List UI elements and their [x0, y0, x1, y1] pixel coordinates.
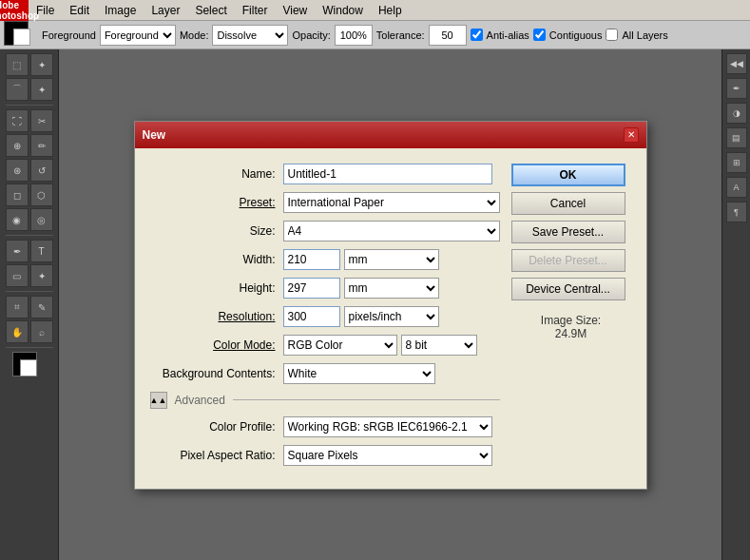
image-size-label: Image Size:: [511, 314, 631, 327]
hand-tool[interactable]: ✋: [6, 320, 29, 343]
text-tool[interactable]: T: [30, 240, 53, 262]
tool-separator-4: [6, 347, 53, 348]
blur-tool[interactable]: ◉: [6, 208, 29, 231]
cancel-button[interactable]: Cancel: [511, 192, 625, 215]
heal-tool[interactable]: ⊕: [6, 134, 29, 157]
tolerance-input[interactable]: 50: [429, 25, 467, 46]
eyedropper-tool[interactable]: ⌗: [6, 296, 29, 319]
menu-window[interactable]: Window: [315, 0, 371, 20]
delete-preset-button[interactable]: Delete Preset...: [511, 249, 625, 272]
note-tool[interactable]: ✎: [30, 296, 53, 319]
menu-edit[interactable]: Edit: [62, 0, 97, 20]
app-logo: Adobe Photoshop: [0, 0, 29, 21]
fill-tool[interactable]: ⬡: [30, 183, 53, 206]
panel-icon-6[interactable]: ¶: [726, 202, 747, 222]
panel-icon-5[interactable]: A: [726, 177, 747, 198]
tool-row-9: ▭ ✦: [6, 264, 53, 287]
panel-icon-3[interactable]: ▤: [726, 127, 747, 148]
all-layers-label: All Layers: [622, 29, 667, 41]
advanced-toggle[interactable]: ▲▲: [150, 392, 167, 409]
tool-row-3: ⛶ ✂: [6, 109, 53, 132]
all-layers-checkbox[interactable]: [606, 29, 618, 41]
device-central-button[interactable]: Device Central...: [511, 278, 625, 300]
crop-tool[interactable]: ⛶: [6, 109, 29, 132]
color-mode-row: Color Mode: RGB Color 8 bit: [150, 335, 500, 356]
bg-contents-row: Background Contents: White: [150, 363, 500, 384]
mode-select[interactable]: Dissolve: [212, 25, 288, 46]
menu-view[interactable]: View: [275, 0, 315, 20]
width-input[interactable]: [283, 249, 340, 270]
height-input[interactable]: [283, 278, 340, 299]
menu-help[interactable]: Help: [371, 0, 410, 20]
shape-tool[interactable]: ▭: [6, 264, 29, 287]
background-color[interactable]: [13, 29, 30, 46]
bg-contents-select[interactable]: White: [283, 363, 435, 384]
color-mode-select[interactable]: RGB Color: [283, 335, 397, 356]
height-unit-select[interactable]: mm: [344, 278, 439, 299]
color-mode-label: Color Mode:: [150, 338, 283, 352]
width-unit-select[interactable]: mm: [344, 249, 439, 270]
dialog-close-button[interactable]: ✕: [624, 127, 639, 143]
history-brush-tool[interactable]: ↺: [30, 159, 53, 182]
tool-separator-2: [6, 235, 53, 236]
magic-wand-tool[interactable]: ✦: [30, 78, 53, 101]
lasso-tool[interactable]: ⌒: [6, 78, 29, 101]
anti-alias-checkbox[interactable]: [471, 29, 483, 41]
panel-icon-1[interactable]: ✒: [726, 78, 747, 99]
contiguous-checkbox[interactable]: [533, 29, 546, 41]
advanced-section: ▲▲ Advanced: [150, 392, 500, 409]
dialog-buttons: OK Cancel Save Preset... Delete Preset..…: [511, 164, 631, 473]
brush-tool[interactable]: ✏: [30, 134, 53, 157]
move-tool[interactable]: ✦: [30, 53, 53, 76]
advanced-label: Advanced: [175, 394, 225, 407]
foreground-select[interactable]: Foreground: [100, 25, 176, 46]
color-profile-select[interactable]: Working RGB: sRGB IEC61966-2.1: [283, 416, 492, 437]
width-row: Width: mm: [150, 249, 500, 270]
resolution-input[interactable]: [283, 306, 340, 327]
bg-color-block[interactable]: [20, 359, 37, 377]
preset-select[interactable]: International Paper: [283, 192, 500, 213]
tool-row-1: ⬚ ✦: [6, 53, 53, 76]
custom-shape-tool[interactable]: ✦: [30, 264, 53, 287]
menu-file[interactable]: File: [29, 0, 62, 20]
right-panel: ◀◀ ✒ ◑ ▤ ⊞ A ¶: [721, 49, 750, 560]
size-label: Size:: [150, 224, 283, 238]
opacity-input[interactable]: 100%: [335, 25, 373, 46]
resolution-unit-select[interactable]: pixels/inch: [344, 306, 439, 327]
color-swatches[interactable]: [4, 21, 38, 49]
height-label: Height:: [150, 281, 283, 295]
menubar: Adobe Photoshop File Edit Image Layer Se…: [0, 0, 750, 21]
color-profile-row: Color Profile: Working RGB: sRGB IEC6196…: [150, 416, 500, 437]
mode-label: Mode:: [180, 29, 209, 41]
width-label: Width:: [150, 253, 283, 266]
menu-image[interactable]: Image: [97, 0, 144, 20]
menu-select[interactable]: Select: [187, 0, 234, 20]
zoom-tool[interactable]: ⌕: [30, 320, 53, 343]
pen-tool[interactable]: ✒: [6, 240, 29, 262]
menu-layer[interactable]: Layer: [144, 0, 187, 20]
panel-icon-4[interactable]: ⊞: [726, 152, 747, 173]
tool-row-4: ⊕ ✏: [6, 134, 53, 157]
resolution-label: Resolution:: [150, 310, 283, 323]
pixel-aspect-select[interactable]: Square Pixels: [283, 445, 492, 466]
image-size-value: 24.9M: [511, 327, 631, 340]
preset-row: Preset: International Paper: [150, 192, 500, 213]
size-select[interactable]: A4: [283, 221, 500, 241]
collapse-icon[interactable]: ◀◀: [726, 53, 747, 74]
tool-row-11: ✋ ⌕: [6, 320, 53, 343]
menu-filter[interactable]: Filter: [235, 0, 276, 20]
marquee-tool[interactable]: ⬚: [6, 53, 29, 76]
color-depth-select[interactable]: 8 bit: [401, 335, 477, 356]
color-block-container: [12, 352, 47, 384]
stamp-tool[interactable]: ⊛: [6, 159, 29, 182]
save-preset-button[interactable]: Save Preset...: [511, 221, 625, 243]
panel-icon-2[interactable]: ◑: [726, 103, 747, 124]
ok-button[interactable]: OK: [511, 164, 625, 186]
eraser-tool[interactable]: ◻: [6, 183, 29, 206]
slice-tool[interactable]: ✂: [30, 109, 53, 132]
contiguous-label: Contiguous: [549, 29, 603, 41]
pixel-aspect-label: Pixel Aspect Ratio:: [150, 449, 283, 462]
name-input[interactable]: [283, 164, 492, 184]
dodge-tool[interactable]: ◎: [30, 208, 53, 231]
preset-label: Preset:: [150, 196, 283, 209]
